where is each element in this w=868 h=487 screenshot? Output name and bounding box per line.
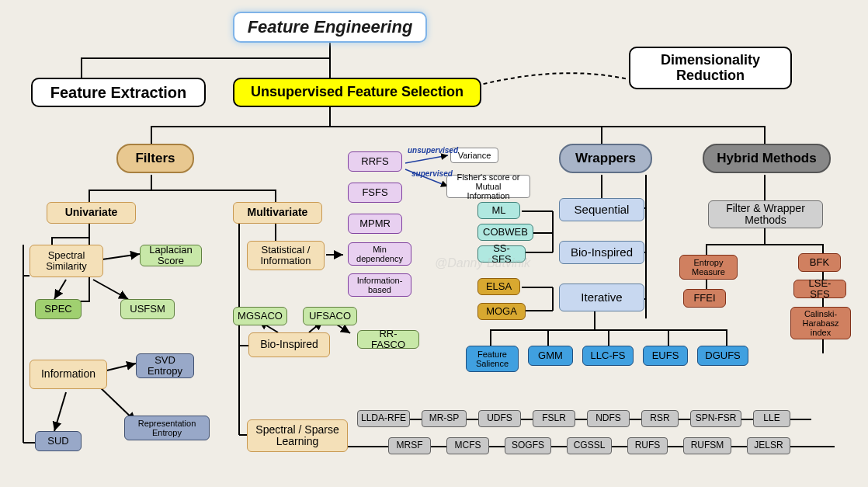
node-rrfasco: RR-FASCO bbox=[357, 330, 419, 349]
node-rufs: RUFS bbox=[627, 437, 668, 454]
node-lsesfs: LSE-SFS bbox=[793, 280, 846, 298]
group-wrappers: Wrappers bbox=[559, 144, 652, 173]
node-sequential: Sequential bbox=[559, 198, 644, 221]
node-feature-extraction: Feature Extraction bbox=[31, 78, 206, 107]
node-fsal: Feature Salience bbox=[466, 346, 519, 372]
node-cgssl: CGSSL bbox=[567, 437, 612, 454]
node-sud: SUD bbox=[35, 431, 82, 451]
node-univariate: Univariate bbox=[47, 202, 136, 224]
node-lle: LLE bbox=[753, 410, 790, 427]
node-entmeas: Entropy Measure bbox=[679, 255, 738, 280]
node-fsfs: FSFS bbox=[348, 183, 402, 203]
group-hybrid: Hybrid Methods bbox=[703, 144, 831, 173]
label-supervised: supervised bbox=[411, 169, 453, 178]
node-bfk: BFK bbox=[798, 253, 841, 272]
node-mpmr: MPMR bbox=[348, 214, 402, 234]
node-moga: MOGA bbox=[477, 303, 526, 320]
node-iterative: Iterative bbox=[559, 284, 644, 311]
node-fwm: Filter & Wrapper Methods bbox=[708, 200, 823, 228]
node-mgsaco: MGSACO bbox=[233, 307, 287, 325]
node-spec: SPEC bbox=[35, 299, 82, 319]
node-ffei: FFEI bbox=[683, 289, 726, 308]
node-mrsp: MR-SP bbox=[422, 410, 467, 427]
node-gmm: GMM bbox=[528, 346, 573, 366]
node-elsa: ELSA bbox=[477, 278, 520, 295]
node-bio-uni: Bio-Inspired bbox=[248, 332, 330, 357]
node-dgufs: DGUFS bbox=[697, 346, 748, 366]
node-multivariate: Multivariate bbox=[233, 202, 322, 224]
node-sogfs: SOGFS bbox=[505, 437, 551, 454]
node-jelsr: JELSR bbox=[747, 437, 790, 454]
node-svd: SVD Entropy bbox=[136, 353, 194, 378]
node-fslr: FSLR bbox=[533, 410, 575, 427]
watermark: @Danny Butvinik bbox=[435, 256, 530, 270]
node-rsr: RSR bbox=[641, 410, 679, 427]
node-stat-info: Statistical / Information bbox=[247, 241, 325, 270]
node-repr-entropy: Representation Entropy bbox=[124, 416, 210, 440]
node-fisher: Fisher's score or Mutual Information bbox=[446, 175, 530, 198]
node-llcfs: LLC-FS bbox=[582, 346, 634, 366]
group-filters: Filters bbox=[116, 144, 194, 173]
node-ufsaco: UFSACO bbox=[303, 307, 357, 325]
node-cobweb: COBWEB bbox=[477, 224, 533, 241]
node-spnfsr: SPN-FSR bbox=[690, 410, 741, 427]
node-laplacian: Laplacian Score bbox=[140, 245, 202, 266]
node-ssl: Spectral / Sparse Learning bbox=[247, 419, 348, 452]
node-ndfs: NDFS bbox=[587, 410, 630, 427]
node-chindex: Calinski-Harabasz index bbox=[790, 307, 851, 339]
node-ml: ML bbox=[477, 202, 520, 219]
node-mindep: Min dependency bbox=[348, 242, 411, 266]
root-feature-engineering: Feature Engineering bbox=[233, 12, 427, 43]
node-rrfs: RRFS bbox=[348, 151, 402, 172]
node-ufs: Unsupervised Feature Selection bbox=[233, 78, 481, 107]
label-unsupervised: unsupervised bbox=[408, 146, 458, 155]
node-llda: LLDA-RFE bbox=[357, 410, 410, 427]
node-rufsm: RUFSM bbox=[683, 437, 731, 454]
node-udfs: UDFS bbox=[478, 410, 521, 427]
node-dim-reduction: Dimensionality Reduction bbox=[629, 47, 792, 89]
node-spectral-sim: Spectral Similarity bbox=[30, 245, 103, 277]
node-information: Information bbox=[30, 360, 107, 389]
node-eufs: EUFS bbox=[643, 346, 688, 366]
node-usfsm: USFSM bbox=[120, 299, 175, 319]
node-bio-wrap: Bio-Inspired bbox=[559, 241, 644, 264]
node-mrsf: MRSF bbox=[388, 437, 431, 454]
node-infobased: Information-based bbox=[348, 273, 411, 297]
node-mcfs: MCFS bbox=[446, 437, 489, 454]
